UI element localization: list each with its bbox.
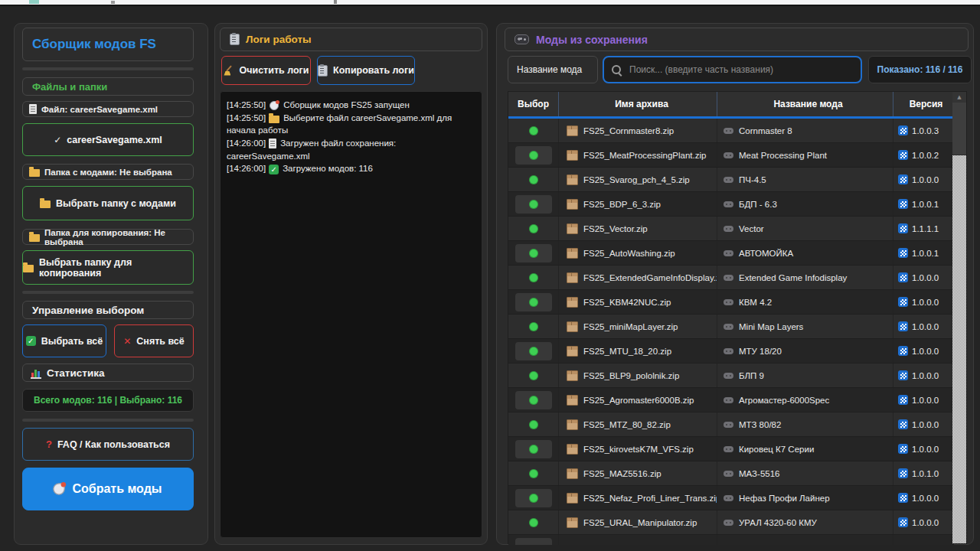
archive-name: FS25_Cornmaster8.zip <box>583 126 674 135</box>
search-input[interactable] <box>628 64 853 76</box>
table-row[interactable]: FS25_MTZ_80_82.zip МТЗ 80/82 1.0.0.0 <box>508 412 954 437</box>
mod-selected-toggle[interactable] <box>515 244 552 262</box>
version-cell: 1.0.0.2 <box>893 143 954 167</box>
selected-dot-icon <box>529 273 538 282</box>
version-value: 1.0.0.0 <box>912 273 939 282</box>
log-output[interactable]: [14:25:50]Сборщик модов FS25 запущен [14… <box>220 91 482 538</box>
bar-chart-icon <box>31 367 41 379</box>
gamepad-icon <box>724 495 733 501</box>
choose-copy-folder-button[interactable]: Выбрать папку для копирования <box>22 250 194 285</box>
app-window: Сборщик модов FS Файлы и папки Файл: car… <box>0 0 980 551</box>
mod-selected-toggle[interactable] <box>515 538 552 546</box>
version-cell: 1.0.0.0 <box>893 168 954 191</box>
archive-name: FS25_MAZ5516.zip <box>583 469 662 478</box>
table-row[interactable]: FS25_MeatProcessingPlant.zip Meat Proces… <box>508 143 954 168</box>
mod-selected-toggle[interactable] <box>515 146 552 165</box>
mod-selected-toggle[interactable] <box>515 367 552 385</box>
mod-selected-toggle[interactable] <box>515 122 552 140</box>
selected-dot-icon <box>529 518 538 527</box>
table-row[interactable]: FS25_Vector.zip Vector 1.1.1.1 <box>508 217 954 241</box>
mod-name-cell: Cornmaster 8 <box>717 119 893 142</box>
clear-logs-button[interactable]: Очистить логи <box>221 56 311 85</box>
selected-dot-icon <box>529 151 538 160</box>
scrollbar-thumb[interactable] <box>952 103 966 155</box>
selected-dot-icon <box>529 494 538 503</box>
table-row[interactable] <box>508 535 954 545</box>
mod-selected-toggle[interactable] <box>515 171 552 189</box>
table-row[interactable]: FS25_URAL_Manipulator.zip УРАЛ 4320-60 К… <box>508 510 954 535</box>
mod-selected-toggle[interactable] <box>515 465 552 483</box>
mod-selected-toggle[interactable] <box>515 342 552 360</box>
package-icon <box>567 468 578 479</box>
selected-dot-icon <box>529 322 538 331</box>
mod-selected-toggle[interactable] <box>515 195 552 214</box>
mod-name: АВТОМОЙКА <box>739 249 793 258</box>
mod-selected-toggle[interactable] <box>515 293 552 311</box>
gamepad-icon <box>724 324 733 330</box>
mod-selected-toggle[interactable] <box>515 514 552 532</box>
package-icon <box>567 297 578 308</box>
mod-name: Mini Map Layers <box>739 322 803 331</box>
mod-selected-toggle[interactable] <box>515 440 552 458</box>
table-row[interactable]: FS25_MAZ5516.zip МАЗ-5516 1.0.1.0 <box>508 461 954 486</box>
shown-counter: Показано: 116 / 116 <box>877 64 963 75</box>
logs-heading-box: Логи работы <box>220 28 482 51</box>
clipboard-icon <box>318 65 328 77</box>
deselect-all-button[interactable]: Снять всё <box>114 324 194 357</box>
table-row[interactable]: FS25_BLP9_pololnik.zip БЛП 9 1.0.0.0 <box>508 364 954 388</box>
collect-mods-label: Собрать моды <box>72 482 162 496</box>
log-message: Сборщик модов FS25 запущен <box>283 100 410 109</box>
table-row[interactable]: FS25_MTU_18_20.zip МТУ 18/20 1.0.0.0 <box>508 339 954 364</box>
archive-cell: FS25_MTU_18_20.zip <box>559 339 717 363</box>
scrollbar-track[interactable] <box>952 103 966 543</box>
collect-mods-button[interactable]: Собрать моды <box>22 468 194 510</box>
archive-cell: FS25_AutoWashing.zip <box>559 241 717 265</box>
table-row[interactable]: FS25_Agromaster6000B.zip Агромастер-6000… <box>508 388 954 412</box>
mod-selected-toggle[interactable] <box>515 318 552 336</box>
mod-selected-toggle[interactable] <box>515 391 552 409</box>
gamepad-icon <box>724 250 733 256</box>
choose-mods-folder-button[interactable]: Выбрать папку с модами <box>22 186 194 220</box>
selected-dot-icon <box>529 126 538 135</box>
faq-button[interactable]: FAQ / Как пользоваться <box>22 428 194 461</box>
table-row[interactable]: FS25_KBM42NUC.zip КВМ 4.2 1.0.0.0 <box>508 290 954 315</box>
table-row[interactable]: FS25_AutoWashing.zip АВТОМОЙКА 1.0.0.1 <box>508 241 954 266</box>
browser-tab-mark <box>334 0 337 4</box>
log-timestamp: [14:25:50] <box>227 113 266 122</box>
table-row[interactable]: FS25_Nefaz_Profi_Liner_Trans.zip Нефаз П… <box>508 486 954 510</box>
version-value: 1.0.0.0 <box>912 322 939 331</box>
version-cell: 1.0.0.0 <box>893 364 954 387</box>
logs-title: Логи работы <box>246 34 312 45</box>
log-entry-icon <box>269 165 279 174</box>
package-icon <box>567 199 578 210</box>
stats-section-heading-box: Статистика <box>22 364 194 382</box>
table-row[interactable]: FS25_miniMapLayer.zip Mini Map Layers 1.… <box>508 315 954 339</box>
scroll-up-arrow[interactable]: ▲ <box>952 92 966 103</box>
mod-name-cell <box>717 535 893 545</box>
broom-icon <box>223 66 234 76</box>
version-badge-icon <box>898 272 908 282</box>
table-row[interactable]: FS25_ExtendedGameInfoDisplay.zip Extende… <box>508 266 954 290</box>
mods-table: Выбор Имя архива Название мода Версия <box>508 91 967 544</box>
mod-selected-toggle[interactable] <box>515 269 552 287</box>
choose-savegame-button[interactable]: ✓ careerSavegame.xml <box>22 123 194 156</box>
mod-selected-toggle[interactable] <box>515 416 552 434</box>
mods-heading-box: Моды из сохранения <box>505 28 969 51</box>
table-row[interactable]: FS25_BDP_6_3.zip БДП - 6.3 1.0.0.1 <box>508 192 954 217</box>
mod-selected-toggle[interactable] <box>515 220 552 238</box>
archive-cell: FS25_Vector.zip <box>559 217 717 240</box>
version-cell: 1.0.0.1 <box>893 192 954 216</box>
select-cell <box>508 143 559 167</box>
version-cell: 1.0.1.0 <box>893 461 954 485</box>
folder-icon <box>40 201 51 208</box>
version-value: 1.0.0.0 <box>912 347 939 356</box>
table-row[interactable]: FS25_Svarog_pch_4_5.zip ПЧ-4.5 1.0.0.0 <box>508 168 954 192</box>
table-row[interactable]: FS25_kirovetsK7M_VFS.zip Кировец К7 Сери… <box>508 437 954 461</box>
table-row[interactable]: FS25_Cornmaster8.zip Cornmaster 8 1.0.0.… <box>508 119 954 143</box>
select-all-button[interactable]: Выбрать всё <box>22 324 106 357</box>
version-cell: 1.0.0.0 <box>893 437 954 461</box>
gamepad-icon <box>724 275 733 281</box>
version-value: 1.0.0.0 <box>912 420 939 429</box>
copy-logs-button[interactable]: Копировать логи <box>317 56 415 85</box>
mod-selected-toggle[interactable] <box>515 489 552 507</box>
